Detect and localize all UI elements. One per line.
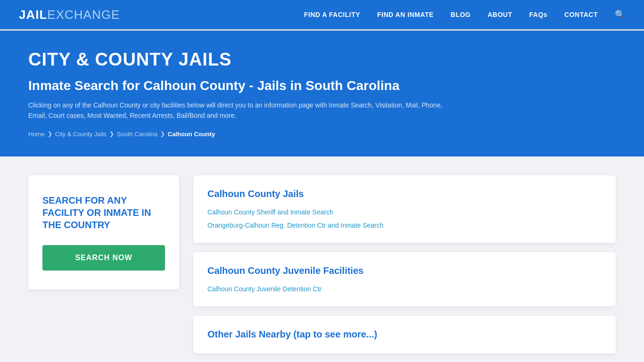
nav-about[interactable]: ABOUT [487,11,512,18]
main-nav: FIND A FACILITY FIND AN INMATE BLOG ABOU… [304,9,625,20]
juvenile-card-title: Calhoun County Juvenile Facilities [207,265,602,276]
search-now-button[interactable]: SEARCH NOW [42,245,165,271]
main-content: SEARCH FOR ANY FACILITY OR INMATE IN THE… [0,156,644,362]
other-card-title: Other Jails Nearby (tap to see more...) [207,329,602,340]
jails-card-title: Calhoun County Jails [207,189,602,199]
breadcrumb-city-county[interactable]: City & County Jails [55,131,107,138]
breadcrumb-state[interactable]: South Carolina [117,131,157,138]
breadcrumb-sep-3: ❯ [160,131,165,137]
search-box-heading: SEARCH FOR ANY FACILITY OR INMATE IN THE… [42,194,165,231]
nav-contact[interactable]: CONTACT [564,11,598,18]
breadcrumb-home[interactable]: Home [28,131,45,138]
juvenile-list: Calhoun County Juvenile Detention Ctr [207,285,602,293]
hero-description: Clicking on any of the Calhoun County or… [28,100,453,121]
search-box: SEARCH FOR ANY FACILITY OR INMATE IN THE… [28,175,179,289]
nav-blog[interactable]: BLOG [451,11,471,18]
juvenile-card: Calhoun County Juvenile Facilities Calho… [193,252,616,306]
nav-find-inmate[interactable]: FIND AN INMATE [377,11,434,18]
jails-list: Calhoun County Sheriff and Inmate Search… [207,208,602,230]
breadcrumb-current: Calhoun County [168,131,215,138]
list-item: Calhoun County Sheriff and Inmate Search [207,208,602,216]
nav-faqs[interactable]: FAQs [529,11,548,18]
juvenile-link[interactable]: Calhoun County Juvenile Detention Ctr [207,285,322,293]
jails-card: Calhoun County Jails Calhoun County Sher… [193,175,616,243]
breadcrumb-sep-1: ❯ [48,131,52,137]
other-card: Other Jails Nearby (tap to see more...) [193,316,616,354]
jail-link-sheriff[interactable]: Calhoun County Sheriff and Inmate Search [207,208,333,216]
logo-jail: JAIL [19,8,47,22]
search-icon[interactable]: 🔍 [615,9,625,20]
hero-section: CITY & COUNTY JAILS Inmate Search for Ca… [0,31,644,156]
page-subtitle: Inmate Search for Calhoun County - Jails… [28,78,616,93]
site-logo[interactable]: JAILEXCHANGE [19,8,120,22]
nav-find-facility[interactable]: FIND A FACILITY [304,11,360,18]
header: JAILEXCHANGE FIND A FACILITY FIND AN INM… [0,0,644,31]
breadcrumb-sep-2: ❯ [109,131,114,137]
list-item: Orangeburg-Calhoun Reg. Detention Ctr an… [207,221,602,230]
list-item: Calhoun County Juvenile Detention Ctr [207,285,602,293]
breadcrumb: Home ❯ City & County Jails ❯ South Carol… [28,131,616,138]
jail-link-orangeburg[interactable]: Orangeburg-Calhoun Reg. Detention Ctr an… [207,222,384,229]
cards-section: Calhoun County Jails Calhoun County Sher… [193,175,616,354]
logo-exchange: EXCHANGE [47,8,120,22]
page-title: CITY & COUNTY JAILS [28,49,616,70]
